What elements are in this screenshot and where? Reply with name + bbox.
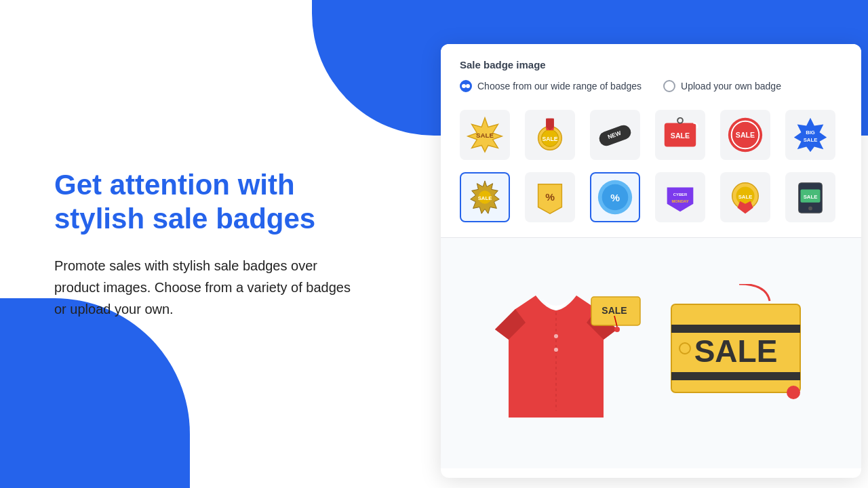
radio-group: Choose from our wide range of badges Upl…: [460, 80, 842, 92]
badge-sale-starburst[interactable]: SALE: [460, 110, 510, 160]
badge-sale-red-curl[interactable]: SALE: [655, 110, 705, 160]
svg-point-36: [554, 334, 558, 338]
badge-grid-row1: SALE SALE NEW: [460, 107, 842, 163]
svg-text:SALE: SALE: [476, 131, 494, 139]
svg-text:BIG: BIG: [806, 129, 815, 136]
radio-label-upload: Upload your own badge: [681, 81, 781, 92]
badge-percent-blue[interactable]: %: [590, 172, 640, 222]
description: Promote sales with stylish sale badges o…: [54, 255, 366, 320]
svg-point-34: [808, 207, 812, 211]
ui-card: Sale badge image Choose from our wide ra…: [441, 44, 861, 478]
headline: Get attention with stylish sale badges: [54, 168, 366, 237]
badge-big-sale-blue[interactable]: BIG SALE: [785, 110, 835, 160]
badge-percent-yellow[interactable]: %: [525, 172, 575, 222]
svg-point-37: [554, 348, 558, 352]
badge-medal[interactable]: SALE: [525, 110, 575, 160]
left-panel: Get attention with stylish sale badges P…: [0, 0, 420, 488]
svg-text:SALE: SALE: [804, 137, 818, 143]
svg-text:SALE: SALE: [601, 305, 627, 316]
badge-sale-ribbon[interactable]: SALE: [720, 172, 770, 222]
svg-text:SALE: SALE: [542, 136, 557, 142]
svg-text:%: %: [545, 191, 555, 203]
svg-rect-42: [671, 325, 800, 333]
preview-section: SALE SALE: [441, 238, 861, 468]
svg-text:SALE: SALE: [736, 131, 755, 139]
svg-text:CYBER: CYBER: [673, 192, 688, 197]
svg-text:SALE: SALE: [671, 131, 690, 140]
section-title: Sale badge image: [460, 59, 842, 70]
radio-circle-upload: [663, 80, 675, 92]
svg-text:SALE: SALE: [694, 333, 778, 369]
svg-text:SALE: SALE: [804, 194, 818, 200]
badge-dark-tag[interactable]: NEW: [590, 110, 640, 160]
badge-grid-row2: SALE % %: [460, 169, 842, 225]
badge-sale-gear[interactable]: SALE: [460, 172, 510, 222]
large-sale-tag-preview: SALE: [665, 284, 814, 422]
radio-choose[interactable]: Choose from our wide range of badges: [460, 80, 642, 92]
small-sale-tag: SALE: [590, 296, 644, 336]
radio-circle-choose: [460, 80, 472, 92]
badge-sale-card[interactable]: SALE: [785, 172, 835, 222]
svg-point-40: [614, 327, 620, 332]
radio-label-choose: Choose from our wide range of badges: [477, 81, 642, 92]
radio-upload[interactable]: Upload your own badge: [663, 80, 781, 92]
shirt-preview: SALE: [488, 275, 624, 431]
svg-point-45: [787, 386, 800, 399]
svg-text:SALE: SALE: [738, 194, 753, 200]
badge-selector-section: Sale badge image Choose from our wide ra…: [441, 44, 861, 238]
svg-text:SALE: SALE: [478, 195, 492, 201]
svg-text:MONDAY: MONDAY: [671, 199, 688, 203]
svg-rect-43: [671, 372, 800, 380]
badge-cyber-monday[interactable]: CYBER MONDAY: [655, 172, 705, 222]
svg-text:%: %: [610, 192, 620, 203]
svg-point-11: [677, 118, 683, 123]
badge-sale-circle-red[interactable]: SALE: [720, 110, 770, 160]
